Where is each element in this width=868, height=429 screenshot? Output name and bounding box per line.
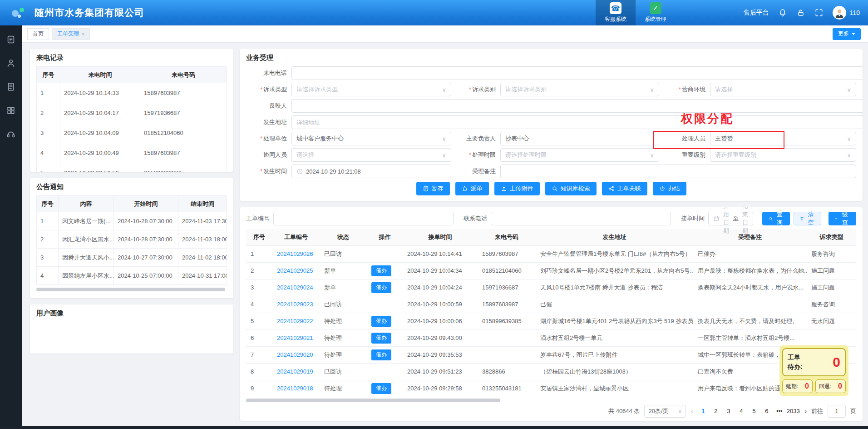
form-action-1-button[interactable]: 暂存 — [416, 182, 450, 195]
appeal-type-select[interactable]: 请选择诉求类型∨ — [291, 83, 451, 96]
page-number[interactable]: 4 — [736, 408, 747, 414]
grid-icon[interactable] — [6, 105, 16, 115]
horizontal-scrollbar[interactable] — [246, 399, 500, 402]
advanced-query-button[interactable]: 高级查询 — [829, 212, 856, 225]
page-number[interactable]: 3 — [723, 408, 734, 414]
handler-select[interactable]: 王赟赟∨ — [710, 132, 856, 145]
urge-button[interactable]: 催办 — [371, 316, 391, 327]
order-no-link[interactable]: 20241029023 — [277, 301, 313, 308]
urge-button[interactable]: 催办 — [371, 282, 391, 293]
form-action-3-button[interactable]: 上传附件 — [494, 182, 540, 195]
order-no-cell: 20241029026 — [272, 245, 320, 262]
call-record-row[interactable]: 42024-10-29 10:00:4915897603987 — [37, 143, 227, 163]
aftersales-platform-link[interactable]: 售后平台 — [744, 9, 769, 17]
order-no-link[interactable]: 20241029018 — [277, 385, 313, 392]
announcement-row[interactable]: 1因文峰名居一期(...2024-10-28 07:30:002024-11-0… — [37, 212, 227, 230]
call-record-row[interactable]: 22024-10-29 10:04:1715971936687 — [37, 103, 227, 123]
more-button[interactable]: 更多 — [833, 28, 861, 40]
prev-page-arrow[interactable]: ‹ — [690, 407, 693, 415]
order-no-link[interactable]: 20241029020 — [277, 351, 313, 358]
fullscreen-icon[interactable] — [814, 8, 824, 17]
headset-icon[interactable] — [6, 129, 16, 139]
app-tile-customer-service[interactable]: ☎ 客服系统 — [596, 0, 636, 25]
tab-work-order[interactable]: 工单受理 × — [52, 28, 90, 40]
order-no-search-input[interactable] — [273, 212, 454, 225]
goto-page-input[interactable] — [828, 405, 846, 418]
announcement-row[interactable]: 3因舜井大道天风小...2024-10-27 07:30:002024-11-0… — [37, 249, 227, 267]
page-number[interactable]: 5 — [749, 408, 760, 414]
announcement-row[interactable]: 2因汇龙湾小区需水...2024-10-28 07:30:002024-11-0… — [37, 230, 227, 249]
page-number[interactable]: 2 — [710, 408, 721, 414]
call-record-row[interactable]: 32024-10-29 10:04:09018512104060 — [37, 123, 227, 143]
app-tile-system-admin[interactable]: ✓ 系统管理 — [636, 0, 676, 25]
page-size-select[interactable]: 20条/页∨ — [644, 405, 686, 418]
cell: 2024-10-25 07:00:00 — [114, 267, 178, 285]
address-input[interactable] — [291, 115, 863, 129]
required-star: * — [260, 168, 262, 175]
form-action-6-button[interactable]: 办结 — [653, 182, 686, 195]
page-number[interactable]: ••• — [774, 408, 785, 414]
user-avatar[interactable] — [833, 6, 846, 20]
cell: 2024-10-27 07:30:00 — [114, 249, 178, 267]
next-page-arrow[interactable]: › — [804, 407, 807, 415]
bell-icon[interactable] — [778, 8, 787, 17]
delay-count-box[interactable]: 延期: 0 — [782, 379, 813, 393]
order-no-link[interactable]: 20241029019 — [277, 368, 313, 375]
page-number[interactable]: 6 — [761, 408, 772, 414]
lock-icon[interactable] — [796, 8, 805, 17]
clear-button[interactable]: 清空 — [794, 212, 821, 225]
occur-time-picker[interactable]: 2024-10-29 10:21:08 — [291, 165, 451, 178]
reporter-input[interactable] — [291, 99, 863, 113]
co-worker-select[interactable]: 请选择∨ — [291, 148, 451, 162]
horizontal-scrollbar[interactable] — [36, 288, 225, 291]
date-range-picker[interactable]: 开始日期 至 结束日期 — [708, 212, 753, 225]
form-action-5-button[interactable]: 工单关联 — [602, 182, 647, 195]
page-number[interactable]: 2033 — [787, 408, 800, 414]
todo-count-box[interactable]: 工单待办: 0 — [782, 348, 846, 376]
urge-button[interactable]: 催办 — [371, 349, 391, 360]
order-no-link[interactable]: 20241029026 — [277, 250, 313, 257]
cell: 1 — [37, 212, 59, 230]
handle-unit-select[interactable]: 城中客户服务中心∨ — [291, 132, 451, 145]
page-number[interactable]: 1 — [698, 408, 709, 414]
call-record-row[interactable]: 52024-10-29 09:59:50015899639385 — [37, 163, 227, 172]
call-record-row[interactable]: 12024-10-29 10:14:3315897603987 — [37, 83, 227, 103]
order-no-link[interactable]: 20241029022 — [277, 318, 313, 324]
close-icon[interactable]: × — [82, 31, 84, 37]
tab-home[interactable]: 首页 — [27, 28, 49, 40]
required-star: * — [679, 86, 681, 93]
order-no-link[interactable]: 20241029024 — [277, 284, 313, 291]
cell: 2024-11-02 18:00 — [178, 249, 227, 267]
call-phone-input[interactable] — [291, 66, 863, 80]
business-env-select[interactable]: 请选择∨ — [710, 83, 856, 96]
query-button[interactable]: 查询 — [762, 212, 790, 225]
importance-select[interactable]: 请选择重要级别∨ — [710, 148, 856, 162]
urge-button[interactable]: 催办 — [371, 383, 391, 394]
urge-button[interactable]: 催办 — [371, 265, 391, 276]
caller-phone-cell: 3828866 — [478, 363, 536, 380]
order-no-link[interactable]: 20241029021 — [277, 334, 313, 341]
accept-time-cell: 2024-10-29 10:00:06 — [403, 313, 478, 329]
phone-search-input[interactable] — [491, 212, 671, 225]
report-icon[interactable] — [6, 35, 16, 45]
note-cell: 换表几天无水，不欠费，请及时处理。 — [693, 313, 807, 329]
document-icon[interactable] — [6, 82, 16, 92]
user-icon[interactable] — [6, 58, 16, 68]
action-cell: 催办 — [367, 279, 403, 296]
time-limit-select[interactable]: 请选择处理时限∨ — [500, 148, 659, 162]
power-icon — [659, 185, 666, 192]
form-action-2-button[interactable]: 派单 — [455, 182, 489, 195]
company-logo-icon — [12, 6, 29, 20]
return-count-value: 0 — [838, 382, 842, 390]
remark-input[interactable] — [500, 165, 856, 178]
urge-button[interactable]: 催办 — [371, 333, 391, 344]
required-star: * — [469, 86, 471, 93]
form-action-4-button[interactable]: 知识库检索 — [545, 182, 597, 195]
order-no-link[interactable]: 20241029025 — [277, 267, 313, 274]
chief-input[interactable]: 抄表中心 — [500, 132, 659, 145]
return-count-box[interactable]: 回退: 0 — [815, 379, 846, 393]
announcement-row[interactable]: 4因瑟纳左岸小区水...2024-10-25 07:00:002024-10-3… — [37, 267, 227, 285]
address-cell: 刘巧珍文峰名居一期小区2号楼2单元东201，从左向右5号... — [536, 262, 693, 279]
caller-phone-cell: 018512104060 — [478, 262, 536, 279]
appeal-category-select[interactable]: 请选择诉求类别∨ — [500, 83, 659, 96]
